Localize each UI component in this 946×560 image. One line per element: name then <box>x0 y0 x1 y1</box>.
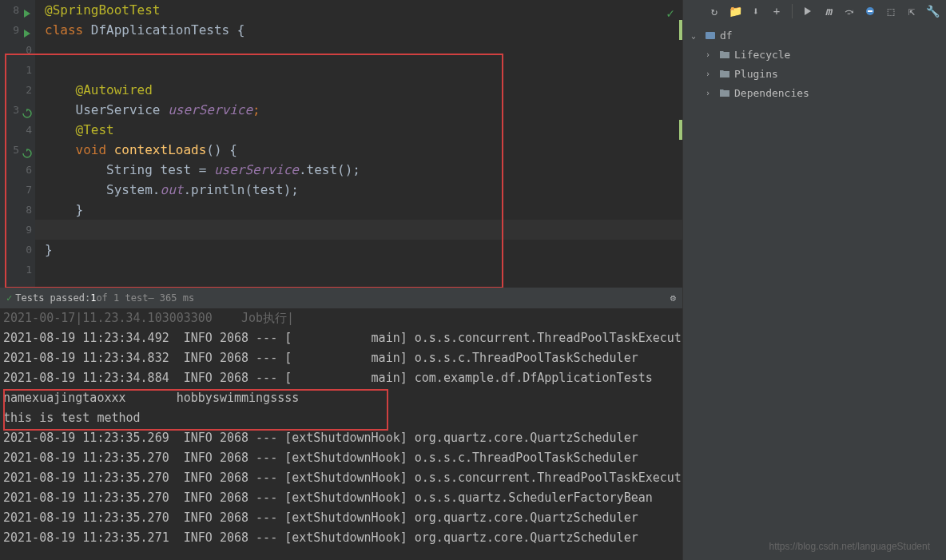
code-line[interactable]: System.out.println(test); <box>35 180 682 200</box>
tree-root-label: df <box>720 30 733 42</box>
code-line[interactable]: } <box>35 200 682 220</box>
gear-icon[interactable]: ⚙ <box>670 292 676 304</box>
console-line: 2021-08-19 11:23:34.884 INFO 2068 --- [ … <box>3 368 682 388</box>
console-line: 2021-08-19 11:23:35.270 INFO 2068 --- [e… <box>3 508 682 528</box>
folder-icon <box>718 48 731 61</box>
code-line[interactable] <box>35 260 682 280</box>
console-output[interactable]: 2021-00-17|11.23.34.103003300 Job执行|2021… <box>0 308 682 559</box>
run-icon[interactable] <box>21 25 32 36</box>
tree-item-label: Dependencies <box>734 87 809 99</box>
tree-root-df[interactable]: ⌄ df <box>683 26 946 45</box>
tree-item-lifecycle[interactable]: › Lifecycle <box>683 45 946 64</box>
line-number: 8 <box>26 200 32 220</box>
play-icon[interactable] <box>799 2 817 20</box>
gutter: 89012345678901 <box>0 0 35 288</box>
svg-rect-1 <box>706 32 715 39</box>
maven-sidebar: ↻📁⬇+m⤼⬚⇱🔧 ⌄ df › Lifecycle › Plugins › D… <box>682 0 946 560</box>
console-line: 2021-08-19 11:23:35.269 INFO 2068 --- [e… <box>3 428 682 448</box>
refresh-icon[interactable]: ↻ <box>706 2 723 20</box>
tree-item-label: Lifecycle <box>734 49 790 61</box>
chevron-down-icon: ⌄ <box>691 31 701 40</box>
collapse-icon[interactable]: ⇱ <box>903 2 920 20</box>
line-number: 9 <box>26 220 32 240</box>
test-of-text: of 1 test <box>96 292 148 304</box>
line-number: 8 <box>13 0 19 20</box>
code-line[interactable]: @SpringBootTest <box>35 0 682 20</box>
editor-panel: 89012345678901 ✓ @SpringBootTestclass Df… <box>0 0 682 560</box>
code-line[interactable] <box>35 60 682 80</box>
gutter-line[interactable]: 0 <box>0 240 35 260</box>
line-number: 7 <box>26 180 32 200</box>
m-icon-icon[interactable]: m <box>820 2 837 20</box>
test-status-prefix: Tests passed: <box>15 292 90 304</box>
gutter-line[interactable]: 5 <box>0 140 35 160</box>
skip-icon[interactable]: ⤼ <box>841 2 858 20</box>
gutter-line[interactable]: 8 <box>0 0 35 20</box>
gutter-line[interactable]: 9 <box>0 20 35 40</box>
chevron-right-icon: › <box>706 50 715 59</box>
code-line[interactable]: UserService userService; <box>35 100 682 120</box>
gutter-line[interactable]: 0 <box>0 40 35 60</box>
line-number: 4 <box>26 120 32 140</box>
module-icon <box>704 29 717 42</box>
line-number: 1 <box>26 60 32 80</box>
run-icon[interactable] <box>21 5 32 16</box>
toolbar-divider <box>792 4 793 18</box>
console-line: namexuajingtaoxxx hobbyswimmingssss <box>3 388 682 408</box>
gutter-line[interactable]: 7 <box>0 180 35 200</box>
settings-icon[interactable]: 🔧 <box>924 2 941 20</box>
code-line[interactable] <box>35 220 682 240</box>
test-status-bar: ✓ Tests passed: 1 of 1 test – 365 ms ⚙ <box>0 288 682 308</box>
test-passed-icon: ✓ <box>6 292 12 304</box>
test-duration: – 365 ms <box>148 292 194 304</box>
console-line: 2021-08-19 11:23:35.271 INFO 2068 --- [e… <box>3 528 682 548</box>
code-line[interactable]: class DfApplicationTests { <box>35 20 682 40</box>
gutter-line[interactable]: 8 <box>0 200 35 220</box>
code-content[interactable]: ✓ @SpringBootTestclass DfApplicationTest… <box>35 0 682 288</box>
test-passed-count: 1 <box>90 292 96 304</box>
refresh-icon[interactable] <box>21 145 32 156</box>
console-line: 2021-08-19 11:23:35.270 INFO 2068 --- [e… <box>3 488 682 508</box>
line-number: 0 <box>26 40 32 60</box>
offline-icon[interactable] <box>861 2 879 20</box>
folder-icon <box>718 67 731 80</box>
code-line[interactable]: String test = userService.test(); <box>35 160 682 180</box>
console-line: 2021-00-17|11.23.34.103003300 Job执行| <box>3 308 682 328</box>
line-number: 5 <box>13 140 19 160</box>
gutter-line[interactable]: 1 <box>0 60 35 80</box>
gutter-line[interactable]: 9 <box>0 220 35 240</box>
chevron-right-icon: › <box>706 70 715 78</box>
show-deps-icon[interactable]: ⬚ <box>882 2 900 20</box>
line-number: 9 <box>13 20 19 40</box>
download-icon[interactable]: ⬇ <box>747 2 765 20</box>
gutter-line[interactable]: 1 <box>0 260 35 280</box>
inspection-ok-icon: ✓ <box>666 3 674 23</box>
code-editor[interactable]: 89012345678901 ✓ @SpringBootTestclass Df… <box>0 0 682 288</box>
plus-icon[interactable]: + <box>768 2 785 20</box>
gutter-line[interactable]: 6 <box>0 160 35 180</box>
add-config-icon[interactable]: 📁 <box>726 2 744 20</box>
console-line: this is test method <box>3 408 682 428</box>
tree-item-dependencies[interactable]: › Dependencies <box>683 83 946 102</box>
code-line[interactable]: void contextLoads() { <box>35 140 682 160</box>
code-line[interactable]: @Test <box>35 120 682 140</box>
tree-item-label: Plugins <box>734 68 778 80</box>
maven-toolbar: ↻📁⬇+m⤼⬚⇱🔧 <box>683 0 946 22</box>
code-line[interactable]: @Autowired <box>35 80 682 100</box>
change-marker <box>679 120 682 140</box>
tree-item-plugins[interactable]: › Plugins <box>683 64 946 83</box>
console-line: 2021-08-19 11:23:34.492 INFO 2068 --- [ … <box>3 328 682 348</box>
line-number: 2 <box>26 80 32 100</box>
refresh-icon[interactable] <box>21 105 32 116</box>
code-line[interactable] <box>35 40 682 60</box>
gutter-line[interactable]: 3 <box>0 100 35 120</box>
line-number: 0 <box>26 240 32 260</box>
line-number: 6 <box>26 160 32 180</box>
gutter-line[interactable]: 2 <box>0 80 35 100</box>
maven-tree[interactable]: ⌄ df › Lifecycle › Plugins › Dependencie… <box>683 22 946 560</box>
watermark: https://blog.csdn.net/languageStudent <box>769 541 931 552</box>
code-line[interactable]: } <box>35 240 682 260</box>
console-line: 2021-08-19 11:23:34.832 INFO 2068 --- [ … <box>3 348 682 368</box>
chevron-right-icon: › <box>706 89 715 97</box>
gutter-line[interactable]: 4 <box>0 120 35 140</box>
